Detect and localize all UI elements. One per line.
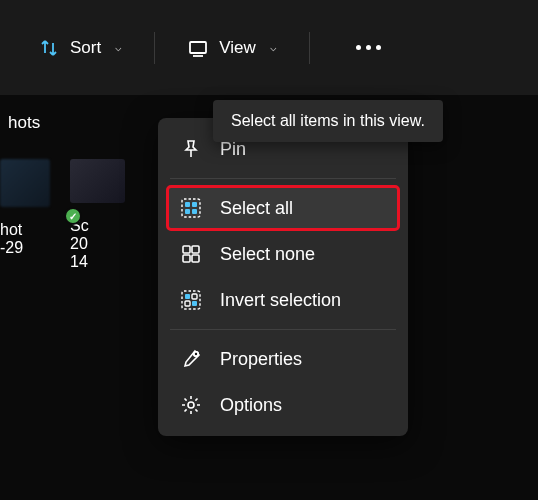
invert-selection-icon	[180, 289, 202, 311]
chevron-down-icon: ⌵	[270, 41, 277, 54]
tooltip: Select all items in this view.	[213, 100, 443, 142]
select-none-menu-item[interactable]: Select none	[166, 231, 400, 277]
toolbar-divider	[154, 32, 155, 64]
svg-rect-2	[182, 199, 200, 217]
svg-rect-0	[190, 42, 206, 53]
file-label: hot	[0, 221, 22, 239]
menu-label: Options	[220, 395, 282, 416]
file-line2: 20	[70, 235, 88, 253]
svg-point-18	[188, 402, 194, 408]
invert-selection-menu-item[interactable]: Invert selection	[166, 277, 400, 323]
svg-rect-12	[185, 294, 190, 299]
svg-rect-8	[192, 246, 199, 253]
menu-label: Invert selection	[220, 290, 341, 311]
file-item[interactable]: Sc 20 14	[70, 159, 125, 271]
select-all-icon	[180, 197, 202, 219]
more-icon	[342, 45, 395, 50]
svg-rect-9	[183, 255, 190, 262]
sync-status-icon	[64, 207, 82, 225]
file-thumbnail	[0, 159, 50, 207]
properties-menu-item[interactable]: Properties	[166, 336, 400, 382]
view-icon	[187, 37, 209, 59]
file-line3: 14	[70, 253, 88, 271]
menu-divider	[170, 178, 396, 179]
toolbar-divider	[309, 32, 310, 64]
options-menu-item[interactable]: Options	[166, 382, 400, 428]
sort-button[interactable]: Sort ⌵	[20, 27, 140, 69]
svg-rect-13	[192, 294, 197, 299]
more-button[interactable]	[324, 35, 413, 60]
svg-rect-11	[182, 291, 200, 309]
svg-rect-6	[192, 209, 197, 214]
sort-icon	[38, 37, 60, 59]
sort-label: Sort	[70, 38, 101, 58]
svg-rect-15	[192, 301, 197, 306]
select-all-menu-item[interactable]: Select all	[166, 185, 400, 231]
file-thumbnail	[70, 159, 125, 203]
pin-icon	[180, 138, 202, 160]
svg-rect-14	[185, 301, 190, 306]
file-item[interactable]: hot -29	[0, 159, 50, 271]
menu-divider	[170, 329, 396, 330]
menu-label: Select all	[220, 198, 293, 219]
view-label: View	[219, 38, 256, 58]
options-icon	[180, 394, 202, 416]
menu-label: Select none	[220, 244, 315, 265]
context-menu: Pin Select all Select none	[158, 118, 408, 436]
properties-icon	[180, 348, 202, 370]
svg-rect-4	[192, 202, 197, 207]
select-none-icon	[180, 243, 202, 265]
file-sublabel: -29	[0, 239, 23, 257]
toolbar: Sort ⌵ View ⌵	[0, 0, 538, 95]
svg-rect-7	[183, 246, 190, 253]
chevron-down-icon: ⌵	[115, 41, 122, 54]
svg-rect-10	[192, 255, 199, 262]
view-button[interactable]: View ⌵	[169, 27, 295, 69]
svg-rect-3	[185, 202, 190, 207]
menu-label: Properties	[220, 349, 302, 370]
svg-rect-5	[185, 209, 190, 214]
